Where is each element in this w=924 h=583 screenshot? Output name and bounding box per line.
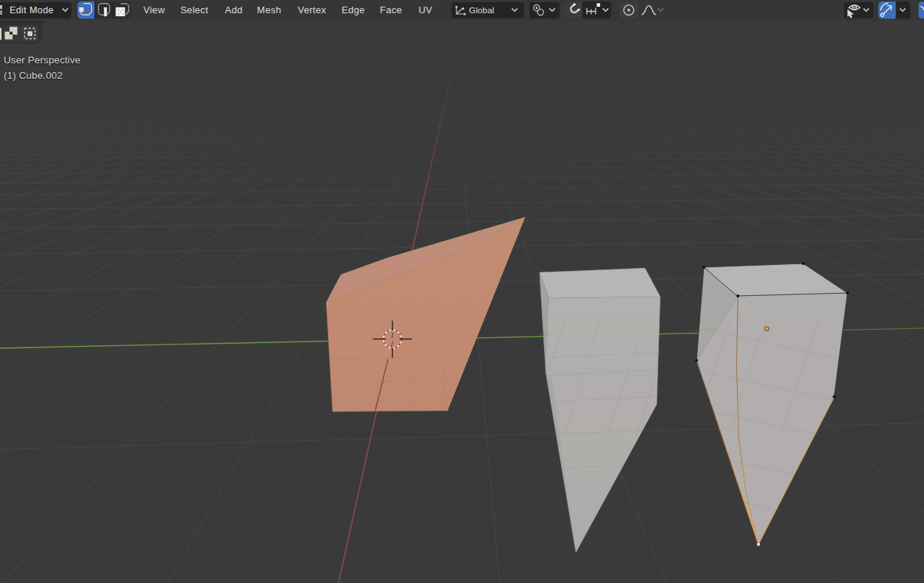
svg-text:Global: Global — [469, 5, 494, 15]
svg-text:Edit Mode: Edit Mode — [10, 5, 54, 15]
